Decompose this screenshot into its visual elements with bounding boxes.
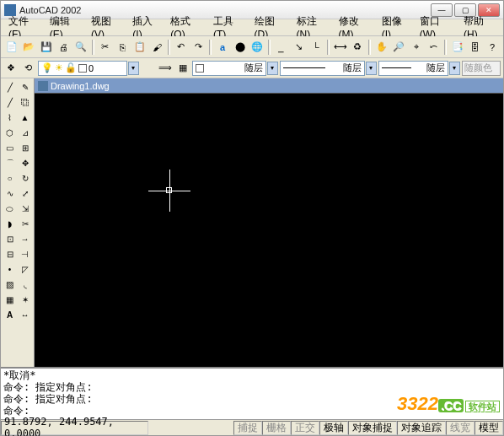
chevron-down-icon[interactable]: ▾ (449, 62, 460, 75)
properties-icon[interactable]: 📑 (449, 39, 466, 56)
fillet-icon[interactable]: ◟ (18, 277, 32, 292)
trim-icon[interactable]: ✂ (18, 217, 32, 231)
pan-icon[interactable]: ✋ (373, 39, 390, 56)
mode-osnap[interactable]: 对象捕捉 (348, 421, 397, 435)
osnap-from-icon[interactable]: ↘ (291, 39, 308, 56)
layer-manage-icon[interactable]: ❖ (3, 60, 19, 77)
app-window: AutoCAD 2002 — ▢ ✕ 文件(F) 编辑(E) 视图(V) 插入(… (0, 0, 504, 436)
mode-ortho[interactable]: 正交 (291, 421, 319, 435)
offset-icon[interactable]: ⊿ (18, 126, 32, 140)
rectangle-icon[interactable]: ▭ (3, 141, 17, 155)
layer-dropdown[interactable]: 💡 ☀ 🔓 0 (38, 61, 127, 76)
ucs-icon[interactable]: └ (308, 39, 324, 56)
drawing-canvas[interactable] (35, 94, 503, 367)
redo-icon[interactable]: ↷ (190, 39, 207, 56)
work-area: ╱✎ ╱⿻ ⌇▲ ⬡⊿ ▭⊞ ⌒✥ ○↻ ∿⤢ ⬭⇲ ◗✂ ⊡→ ⊟⊣ •◸ ▨… (1, 78, 503, 367)
mode-snap[interactable]: 捕捉 (233, 421, 262, 435)
chevron-down-icon[interactable]: ▾ (128, 62, 139, 75)
color-dropdown[interactable]: 随层 (192, 61, 266, 76)
zoom-win-icon[interactable]: ⌖ (408, 39, 425, 56)
dist-icon[interactable]: ⟷ (332, 39, 349, 56)
document-icon (38, 81, 48, 91)
sun-icon: ☀ (55, 62, 63, 73)
mode-polar[interactable]: 极轴 (319, 421, 348, 435)
command-line: *取消* (3, 369, 501, 381)
save-icon[interactable]: 💾 (38, 39, 55, 56)
layer-icon[interactable]: ▦ (175, 60, 190, 77)
document-titlebar[interactable]: Drawing1.dwg (35, 78, 503, 94)
block-insert-icon[interactable]: ⊡ (3, 232, 17, 246)
make-current-icon[interactable]: ⟹ (158, 60, 173, 77)
rotate-icon[interactable]: ↻ (18, 171, 32, 186)
point-icon[interactable]: • (3, 262, 17, 277)
cut-icon[interactable]: ✂ (97, 39, 114, 56)
layer-prev-icon[interactable]: ⟲ (20, 60, 35, 77)
help-icon[interactable]: ? (484, 39, 501, 56)
scale-icon[interactable]: ⤢ (18, 186, 32, 201)
dbconnect-icon[interactable]: 🗄 (467, 39, 484, 56)
erase-icon[interactable]: ✎ (18, 80, 32, 94)
mtext-icon[interactable]: A (3, 308, 17, 322)
preview-icon[interactable]: 🔍 (72, 39, 89, 56)
explode-icon[interactable]: ✶ (18, 293, 32, 307)
separator-icon (444, 40, 447, 55)
chevron-down-icon[interactable]: ▾ (267, 62, 278, 75)
mode-otrack[interactable]: 对象追踪 (397, 421, 446, 435)
move-icon[interactable]: ✥ (18, 156, 32, 170)
menubar: 文件(F) 编辑(E) 视图(V) 插入(I) 格式(O) 工具(T) 绘图(D… (1, 19, 503, 36)
line-icon[interactable]: ╱ (3, 80, 17, 94)
arc-icon[interactable]: ⌒ (3, 156, 17, 170)
pline-icon[interactable]: ⌇ (3, 110, 17, 125)
linetype-dropdown[interactable]: 随层 (280, 61, 365, 76)
copy-icon[interactable]: ⎘ (114, 39, 131, 56)
print-icon[interactable]: 🖨 (56, 39, 72, 56)
hatch-icon[interactable]: ▨ (3, 277, 17, 292)
stretch-icon[interactable]: ⇲ (18, 202, 32, 216)
redraw-icon[interactable]: ♻ (349, 39, 366, 56)
break-icon[interactable]: ⊣ (18, 247, 32, 261)
circle-icon[interactable]: ○ (3, 171, 17, 186)
mode-lwt[interactable]: 线宽 (446, 421, 475, 435)
bulb-icon: 💡 (41, 62, 53, 73)
matchprops-icon[interactable]: 🖌 (149, 39, 166, 56)
copy-obj-icon[interactable]: ⿻ (18, 95, 32, 110)
command-window[interactable]: *取消* 命令: 指定对角点: 命令: 指定对角点: 命令: (1, 367, 503, 419)
linetype-sample (283, 67, 325, 68)
ellipse-icon[interactable]: ⬭ (3, 202, 17, 216)
mode-model[interactable]: 模型 (475, 421, 503, 435)
mirror-icon[interactable]: ▲ (18, 110, 32, 125)
open-icon[interactable]: 📂 (21, 39, 38, 56)
ellipse-arc-icon[interactable]: ◗ (3, 217, 17, 231)
lineweight-dropdown[interactable]: 随层 (378, 61, 448, 76)
mode-grid[interactable]: 栅格 (262, 421, 291, 435)
plotstyle-dropdown[interactable]: 随颜色 (462, 61, 501, 76)
region-icon[interactable]: ▦ (3, 293, 17, 307)
new-icon[interactable]: 📄 (3, 39, 20, 56)
browser-icon[interactable]: 🌐 (249, 39, 265, 56)
undo-icon[interactable]: ↶ (173, 39, 190, 56)
chevron-down-icon[interactable]: ▾ (366, 62, 377, 75)
separator-icon (327, 40, 330, 55)
spline-icon[interactable]: ∿ (3, 186, 17, 201)
today-icon[interactable]: a (214, 39, 231, 56)
separator-icon (92, 40, 94, 55)
block-make-icon[interactable]: ⊟ (3, 247, 17, 261)
extend-icon[interactable]: → (18, 232, 32, 246)
paste-icon[interactable]: 📋 (131, 39, 148, 56)
coordinate-display[interactable]: 91.8792, 244.9547, 0.0000 (1, 421, 148, 435)
array-icon[interactable]: ⊞ (18, 141, 32, 155)
separator-icon (168, 40, 170, 55)
zoom-rt-icon[interactable]: 🔎 (390, 39, 407, 56)
linetype-label: 随层 (343, 62, 362, 74)
zoom-prev-icon[interactable]: ⤺ (426, 39, 442, 56)
tracking-icon[interactable]: ⎯ (273, 39, 290, 56)
separator-icon (209, 40, 212, 55)
xline-icon[interactable]: ╱ (3, 95, 17, 110)
lineweight-label: 随层 (426, 62, 445, 74)
chamfer-icon[interactable]: ◸ (18, 262, 32, 277)
statusbar: 91.8792, 244.9547, 0.0000 捕捉 栅格 正交 极轴 对象… (1, 419, 503, 435)
polygon-icon[interactable]: ⬡ (3, 126, 17, 140)
lengthen-icon[interactable]: ↔ (18, 308, 32, 322)
command-line: 命令: (3, 405, 501, 417)
pointa-icon[interactable]: ⬤ (232, 39, 249, 56)
